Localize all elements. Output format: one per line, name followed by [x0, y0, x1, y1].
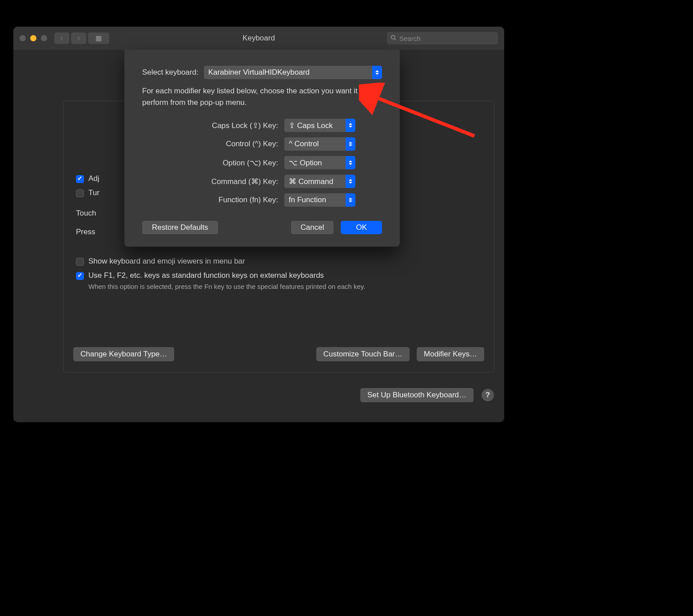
grid-icon: ▦	[96, 34, 102, 42]
command-label: Command (⌘) Key:	[178, 177, 278, 186]
function-value: fn Function	[289, 196, 326, 204]
option-value: ⌥ Option	[289, 158, 322, 168]
popup-stepper-icon	[346, 119, 355, 132]
popup-stepper-icon	[372, 66, 382, 79]
show-all-button[interactable]: ▦	[88, 32, 109, 44]
command-value: ⌘ Command	[289, 177, 333, 186]
minimize-window-icon[interactable]	[30, 35, 36, 41]
help-button[interactable]: ?	[482, 389, 494, 401]
panel-bottom-left-buttons: Change Keyboard Type…	[73, 347, 174, 361]
zoom-window-icon[interactable]	[41, 35, 47, 41]
svg-point-0	[391, 35, 395, 39]
search-field[interactable]: Search	[387, 32, 498, 44]
command-popup[interactable]: ⌘ Command	[284, 175, 355, 188]
setup-bluetooth-keyboard-button[interactable]: Set Up Bluetooth Keyboard…	[360, 388, 474, 402]
search-placeholder: Search	[399, 35, 421, 42]
turn-off-checkbox[interactable]	[76, 189, 84, 197]
titlebar: ﹤ ﹥ ▦ Keyboard Search	[13, 27, 504, 50]
search-icon	[390, 35, 397, 42]
restore-defaults-button[interactable]: Restore Defaults	[142, 221, 218, 234]
control-value: ^ Control	[289, 140, 319, 148]
chevron-right-icon: ﹥	[76, 34, 82, 43]
show-viewers-row: Show keyboard and emoji viewers in menu …	[76, 257, 482, 266]
popup-stepper-icon	[346, 156, 355, 169]
use-fkeys-row: Use F1, F2, etc. keys as standard functi…	[76, 271, 482, 280]
chevron-left-icon: ﹤	[59, 34, 65, 43]
use-fkeys-subtext: When this option is selected, press the …	[88, 283, 482, 290]
turn-off-label: Tur	[88, 188, 100, 197]
show-viewers-checkbox[interactable]	[76, 258, 84, 266]
modifier-keys-button[interactable]: Modifier Keys…	[417, 347, 484, 361]
toolbar-nav: ﹤ ﹥ ▦	[54, 32, 109, 44]
select-keyboard-popup[interactable]: Karabiner VirtualHIDKeyboard	[204, 66, 382, 79]
option-popup[interactable]: ⌥ Option	[284, 156, 355, 169]
modifier-keys-grid: Caps Lock (⇪) Key: ⇪ Caps Lock Control (…	[178, 119, 355, 207]
adjust-brightness-label: Adj	[88, 174, 100, 183]
capslock-value: ⇪ Caps Lock	[289, 121, 333, 130]
forward-button[interactable]: ﹥	[71, 32, 86, 44]
sheet-button-row: Restore Defaults Cancel OK	[142, 221, 382, 234]
capslock-popup[interactable]: ⇪ Caps Lock	[284, 119, 355, 132]
popup-stepper-icon	[346, 137, 355, 151]
svg-line-1	[394, 38, 396, 40]
show-viewers-label: Show keyboard and emoji viewers in menu …	[88, 257, 245, 266]
select-keyboard-value: Karabiner VirtualHIDKeyboard	[208, 68, 310, 77]
option-label: Option (⌥) Key:	[178, 158, 278, 168]
popup-stepper-icon	[346, 175, 355, 188]
window-controls	[20, 35, 47, 41]
select-keyboard-row: Select keyboard: Karabiner VirtualHIDKey…	[142, 66, 382, 79]
back-button[interactable]: ﹤	[54, 32, 69, 44]
popup-stepper-icon	[346, 193, 355, 207]
function-label: Function (fn) Key:	[178, 196, 278, 204]
use-fkeys-label: Use F1, F2, etc. keys as standard functi…	[88, 271, 324, 280]
customize-touchbar-button[interactable]: Customize Touch Bar…	[316, 347, 410, 361]
change-keyboard-type-button[interactable]: Change Keyboard Type…	[73, 347, 174, 361]
adjust-brightness-checkbox[interactable]	[76, 175, 84, 183]
ok-button[interactable]: OK	[341, 221, 382, 234]
setup-row: Set Up Bluetooth Keyboard… ?	[360, 388, 494, 402]
use-fkeys-checkbox[interactable]	[76, 272, 84, 280]
control-label: Control (^) Key:	[178, 140, 278, 148]
capslock-label: Caps Lock (⇪) Key:	[178, 121, 278, 130]
cancel-button[interactable]: Cancel	[291, 221, 334, 234]
function-popup[interactable]: fn Function	[284, 193, 355, 207]
control-popup[interactable]: ^ Control	[284, 137, 355, 151]
preferences-window: ﹤ ﹥ ▦ Keyboard Search Adj	[13, 27, 504, 422]
close-window-icon[interactable]	[20, 35, 26, 41]
panel-bottom-right-buttons: Customize Touch Bar… Modifier Keys…	[316, 347, 484, 361]
sheet-description: For each modifier key listed below, choo…	[142, 85, 382, 108]
modifier-keys-sheet: Select keyboard: Karabiner VirtualHIDKey…	[124, 50, 400, 247]
select-keyboard-label: Select keyboard:	[142, 68, 204, 77]
